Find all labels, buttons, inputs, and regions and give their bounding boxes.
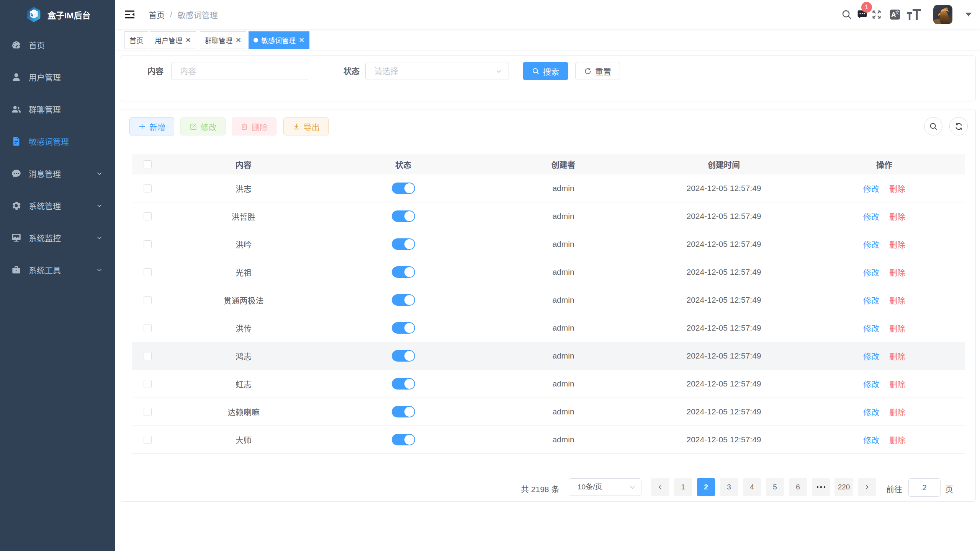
svg-text:文: 文	[895, 10, 900, 15]
